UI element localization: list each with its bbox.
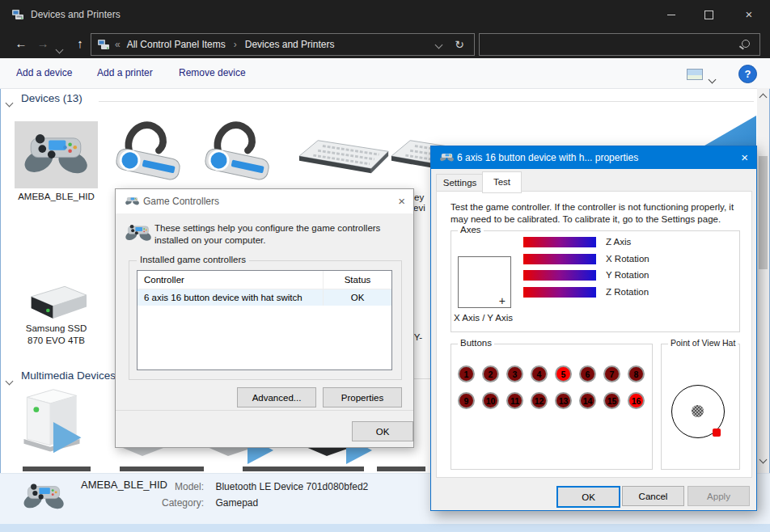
table-row[interactable]: 6 axis 16 button device with hat switchO… <box>138 289 391 306</box>
z-axis-bar <box>523 237 596 247</box>
dialog-description: These settings help you configure the ga… <box>154 222 410 247</box>
cancel-button[interactable]: Cancel <box>622 486 684 506</box>
close-icon[interactable]: × <box>741 146 748 169</box>
y-rotation-bar <box>523 270 596 281</box>
title-bar: Devices and Printers × <box>0 0 770 29</box>
keyboard-icon <box>298 131 391 184</box>
vertical-scrollbar[interactable] <box>757 88 769 473</box>
controller-button-6: 6 <box>579 365 596 382</box>
category-row: Category: Gamepad <box>155 495 258 509</box>
add-printer-button[interactable]: Add a printer <box>97 58 153 88</box>
z-axis-label: Z Axis <box>606 237 631 247</box>
remove-device-button[interactable]: Remove device <box>179 58 246 88</box>
address-bar[interactable]: « All Control Panel Items › Devices and … <box>91 33 475 56</box>
app-icon <box>11 8 24 21</box>
up-button[interactable]: ↑ <box>70 29 91 58</box>
window-frame-bottom <box>0 524 770 532</box>
device-label-ssd-line1[interactable]: Samsung SSD <box>6 323 106 333</box>
multimedia-group-header[interactable]: Multimedia Devices <box>21 369 116 382</box>
headset-icon <box>197 116 275 189</box>
dialog-title: 6 axis 16 button device with h... proper… <box>457 146 638 169</box>
advanced-button[interactable]: Advanced... <box>237 387 316 407</box>
ssd-drive-icon <box>21 281 94 325</box>
y-rotation-label: Y Rotation <box>606 270 649 281</box>
dialog-title-bar: Game Controllers × <box>116 189 413 213</box>
ok-button[interactable]: OK <box>352 421 413 441</box>
scroll-up-icon[interactable] <box>759 94 768 102</box>
breadcrumb-separator: › <box>234 39 237 50</box>
search-icon <box>742 40 750 48</box>
refresh-icon[interactable]: ↻ <box>455 38 464 51</box>
scroll-down-icon[interactable] <box>759 456 768 464</box>
address-dropdown-icon[interactable] <box>435 40 443 49</box>
chevron-down-icon <box>56 46 64 54</box>
column-header-status[interactable]: Status <box>324 271 392 289</box>
x-rotation-bar <box>523 254 596 264</box>
apply-button[interactable]: Apply <box>688 486 750 506</box>
maximize-button[interactable] <box>690 0 728 29</box>
game-controllers-dialog: Game Controllers × These settings help y… <box>115 188 414 448</box>
view-options-dropdown[interactable] <box>709 71 715 86</box>
chevron-down-icon <box>709 76 717 84</box>
buttons-row-1: 12345678 <box>458 365 645 382</box>
column-header-controller[interactable]: Controller <box>138 271 324 289</box>
properties-button[interactable]: Properties <box>323 387 402 407</box>
clipped-label-fragment <box>120 467 204 471</box>
controller-button-9: 9 <box>458 392 475 409</box>
z-rotation-bar <box>523 287 596 298</box>
controllers-table-body: 6 axis 16 button device with hat switchO… <box>138 289 391 306</box>
clipped-device-label: ey <box>414 192 424 202</box>
forward-button[interactable]: → <box>32 29 53 58</box>
z-rotation-label: Z Rotation <box>606 287 649 298</box>
dialog-title-bar: 6 axis 16 button device with h... proper… <box>431 146 756 169</box>
minimize-button[interactable] <box>652 0 690 29</box>
headset-icon <box>108 116 186 189</box>
scrollbar-thumb[interactable] <box>759 156 768 269</box>
devices-group-collapse[interactable] <box>6 95 12 109</box>
clipped-label-fragment <box>243 467 364 471</box>
device-label-ssd-line2[interactable]: 870 EVO 4TB <box>6 336 106 345</box>
controller-button-16: 16 <box>628 392 645 409</box>
selected-device-name: AMEBA_BLE_HID <box>81 479 167 491</box>
tab-settings[interactable]: Settings <box>436 174 484 192</box>
controller-button-10: 10 <box>482 392 499 409</box>
search-input[interactable] <box>479 33 760 56</box>
gamepad-icon <box>124 223 153 243</box>
breadcrumb-item-devices-printers[interactable]: Devices and Printers <box>245 39 335 50</box>
controller-button-12: 12 <box>531 392 548 409</box>
model-value: Bluetooth LE Device 701d080bfed2 <box>215 481 368 492</box>
device-tile-gamepad[interactable] <box>15 121 98 188</box>
ok-button[interactable]: OK <box>556 486 620 508</box>
gamepad-icon <box>439 152 455 163</box>
chevron-down-icon <box>6 99 14 108</box>
buttons-row-2: 910111213141516 <box>458 392 645 409</box>
pov-direction-marker <box>713 429 721 437</box>
footer-divider <box>116 410 413 411</box>
clipped-label-fragment <box>377 467 425 471</box>
add-device-button[interactable]: Add a device <box>16 58 72 88</box>
gamepad-icon <box>21 481 66 513</box>
back-button[interactable]: ← <box>10 29 32 58</box>
help-button[interactable]: ? <box>738 65 757 83</box>
media-device-icon <box>11 385 92 459</box>
view-options-icon[interactable] <box>687 69 703 80</box>
device-label-gamepad[interactable]: AMEBA_BLE_HID <box>6 192 106 201</box>
gamepad-icon <box>125 196 140 206</box>
chevron-down-icon <box>6 378 14 386</box>
maximize-icon <box>704 11 713 19</box>
controller-button-1: 1 <box>458 365 475 382</box>
breadcrumb-item-control-panel[interactable]: All Control Panel Items <box>127 39 226 50</box>
recent-pages-dropdown[interactable] <box>57 41 62 56</box>
close-icon[interactable]: × <box>398 189 405 213</box>
model-label: Model: <box>155 481 204 492</box>
axes-group-label: Axes <box>458 225 484 234</box>
buttons-group-label: Buttons <box>458 338 494 348</box>
devices-and-printers-window: Devices and Printers × ← → ↑ « All Contr… <box>0 0 770 532</box>
devices-group-header[interactable]: Devices (13) <box>21 92 82 104</box>
xy-axis-label: X Axis / Y Axis <box>454 313 513 323</box>
tab-test[interactable]: Test <box>482 171 522 193</box>
dialog-title: Game Controllers <box>143 189 219 213</box>
close-button[interactable]: × <box>728 0 770 29</box>
category-label: Category: <box>155 497 204 509</box>
controllers-table: Controller Status 6 axis 16 button devic… <box>137 270 392 370</box>
